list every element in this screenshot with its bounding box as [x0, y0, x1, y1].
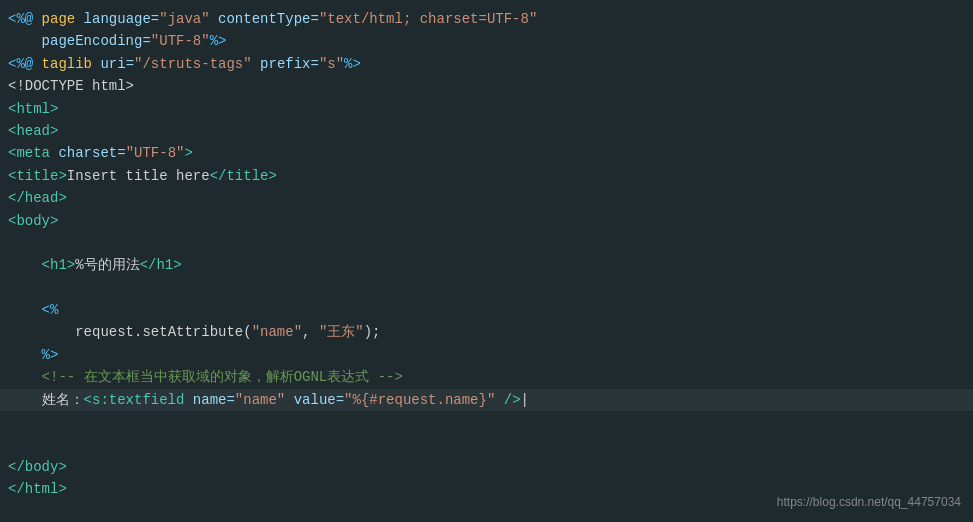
code-line-2: pageEncoding="UTF-8"%> [0, 30, 973, 52]
code-token: value= [285, 392, 344, 408]
code-token: "UTF-8" [126, 145, 185, 161]
watermark: https://blog.csdn.net/qq_44757034 [777, 493, 961, 512]
code-line-content: <!DOCTYPE html> [8, 75, 973, 97]
code-token: uri= [92, 56, 134, 72]
code-token: language= [75, 11, 159, 27]
code-line-3: <%@ taglib uri="/struts-tags" prefix="s"… [0, 53, 973, 75]
code-line-10: <body> [0, 210, 973, 232]
code-line-content: 姓名：<s:textfield name="name" value="%{#re… [8, 389, 973, 411]
code-token: %> [8, 347, 58, 363]
code-token: <s:textfield [84, 392, 185, 408]
code-line-content: %> [8, 344, 973, 366]
code-line-6: <head> [0, 120, 973, 142]
code-token: | [521, 392, 529, 408]
code-line-content: pageEncoding="UTF-8"%> [8, 30, 973, 52]
code-token: ); [364, 324, 381, 340]
code-line-content [8, 232, 973, 254]
code-token: request.setAttribute( [8, 324, 252, 340]
code-token: </title> [210, 168, 277, 184]
code-token: <body> [8, 213, 58, 229]
code-line-content: <title>Insert title here</title> [8, 165, 973, 187]
code-line-14: <% [0, 299, 973, 321]
code-line-content: <!-- 在文本框当中获取域的对象，解析OGNL表达式 --> [8, 366, 973, 388]
code-token: <html> [8, 101, 58, 117]
code-line-content: <meta charset="UTF-8"> [8, 142, 973, 164]
code-line-content: <%@ taglib uri="/struts-tags" prefix="s"… [8, 53, 973, 75]
code-token: </h1> [140, 257, 182, 273]
code-line-9: </head> [0, 187, 973, 209]
code-token: taglib [42, 56, 92, 72]
code-token: <%@ [8, 11, 42, 27]
code-token: 姓名： [8, 392, 84, 408]
code-token: "王东" [319, 324, 364, 340]
code-token: Insert title here [67, 168, 210, 184]
code-token: "name" [252, 324, 302, 340]
code-token: pageEncoding= [8, 33, 151, 49]
code-line-17: <!-- 在文本框当中获取域的对象，解析OGNL表达式 --> [0, 366, 973, 388]
code-token: </head> [8, 190, 67, 206]
code-line-content: <h1>%号的用法</h1> [8, 254, 973, 276]
code-line-content [8, 277, 973, 299]
code-line-content: <body> [8, 210, 973, 232]
code-token: name= [184, 392, 234, 408]
code-line-19 [0, 411, 973, 433]
code-token: > [184, 145, 192, 161]
code-token: "s" [319, 56, 344, 72]
code-line-content: request.setAttribute("name", "王东"); [8, 321, 973, 343]
code-token: "%{#request.name}" [344, 392, 495, 408]
code-token: prefix= [252, 56, 319, 72]
code-token: <%@ [8, 56, 42, 72]
code-token: <!DOCTYPE html> [8, 78, 134, 94]
code-line-12: <h1>%号的用法</h1> [0, 254, 973, 276]
code-line-11 [0, 232, 973, 254]
code-editor: <%@ page language="java" contentType="te… [0, 0, 973, 522]
code-token: </html> [8, 481, 67, 497]
code-line-13 [0, 277, 973, 299]
code-line-content [8, 433, 973, 455]
code-line-content [8, 411, 973, 433]
code-line-21: </body> [0, 456, 973, 478]
code-token: charset= [50, 145, 126, 161]
code-line-5: <html> [0, 98, 973, 120]
code-token: "UTF-8" [151, 33, 210, 49]
code-token: %> [344, 56, 361, 72]
code-line-15: request.setAttribute("name", "王东"); [0, 321, 973, 343]
code-token: "java" [159, 11, 209, 27]
code-token: <% [8, 302, 67, 318]
code-token: page [42, 11, 76, 27]
code-token: , [302, 324, 319, 340]
code-token: "text/html; charset=UTF-8" [319, 11, 537, 27]
code-token: contentType= [210, 11, 319, 27]
code-line-20 [0, 433, 973, 455]
code-line-content: <head> [8, 120, 973, 142]
code-token: <head> [8, 123, 58, 139]
code-line-content: </body> [8, 456, 973, 478]
code-token: </body> [8, 459, 67, 475]
code-token: <h1> [8, 257, 75, 273]
code-token: %> [210, 33, 227, 49]
code-line-content: <%@ page language="java" contentType="te… [8, 8, 973, 30]
code-token: /> [495, 392, 520, 408]
code-line-16: %> [0, 344, 973, 366]
code-token: --> [369, 369, 403, 385]
code-token: <title> [8, 168, 67, 184]
code-token: %号的用法 [75, 257, 139, 273]
code-token: <!-- [8, 369, 84, 385]
code-line-7: <meta charset="UTF-8"> [0, 142, 973, 164]
code-line-4: <!DOCTYPE html> [0, 75, 973, 97]
code-line-18: 姓名：<s:textfield name="name" value="%{#re… [0, 389, 973, 411]
code-line-8: <title>Insert title here</title> [0, 165, 973, 187]
code-line-content: <% [8, 299, 973, 321]
code-line-1: <%@ page language="java" contentType="te… [0, 8, 973, 30]
code-token: 在文本框当中获取域的对象，解析OGNL表达式 [84, 369, 370, 385]
code-token: "/struts-tags" [134, 56, 252, 72]
code-line-content: <html> [8, 98, 973, 120]
code-token: <meta [8, 145, 50, 161]
code-token: "name" [235, 392, 285, 408]
code-line-content: </head> [8, 187, 973, 209]
